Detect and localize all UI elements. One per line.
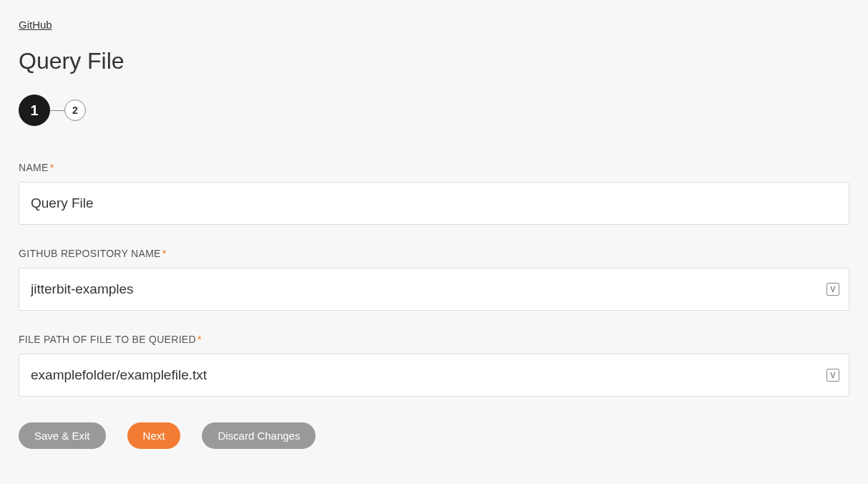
repo-label: GITHUB REPOSITORY NAME* [19, 248, 849, 259]
breadcrumb-link[interactable]: GitHub [19, 19, 52, 31]
stepper: 1 2 [19, 95, 849, 126]
filepath-input[interactable] [19, 354, 849, 397]
name-input-wrapper [19, 182, 849, 225]
filepath-input-wrapper: V [19, 354, 849, 397]
variable-icon[interactable]: V [826, 283, 839, 296]
step-2[interactable]: 2 [64, 100, 86, 121]
variable-icon[interactable]: V [826, 369, 839, 382]
repo-label-text: GITHUB REPOSITORY NAME [19, 248, 161, 259]
discard-changes-button[interactable]: Discard Changes [202, 422, 316, 449]
required-mark: * [198, 334, 202, 345]
filepath-label-text: FILE PATH OF FILE TO BE QUERIED [19, 334, 196, 345]
page-title: Query File [19, 48, 849, 74]
name-label: NAME* [19, 162, 849, 173]
step-connector [50, 110, 64, 111]
button-row: Save & Exit Next Discard Changes [19, 422, 849, 449]
form-group-name: NAME* [19, 162, 849, 225]
repo-input[interactable] [19, 268, 849, 311]
repo-input-wrapper: V [19, 268, 849, 311]
name-label-text: NAME [19, 162, 49, 173]
next-button[interactable]: Next [127, 422, 181, 449]
name-input[interactable] [19, 182, 849, 225]
form-group-filepath: FILE PATH OF FILE TO BE QUERIED* V [19, 334, 849, 397]
required-mark: * [50, 162, 54, 173]
required-mark: * [162, 248, 167, 259]
save-exit-button[interactable]: Save & Exit [19, 422, 106, 449]
form-group-repo: GITHUB REPOSITORY NAME* V [19, 248, 849, 311]
step-1[interactable]: 1 [19, 95, 50, 126]
filepath-label: FILE PATH OF FILE TO BE QUERIED* [19, 334, 849, 345]
